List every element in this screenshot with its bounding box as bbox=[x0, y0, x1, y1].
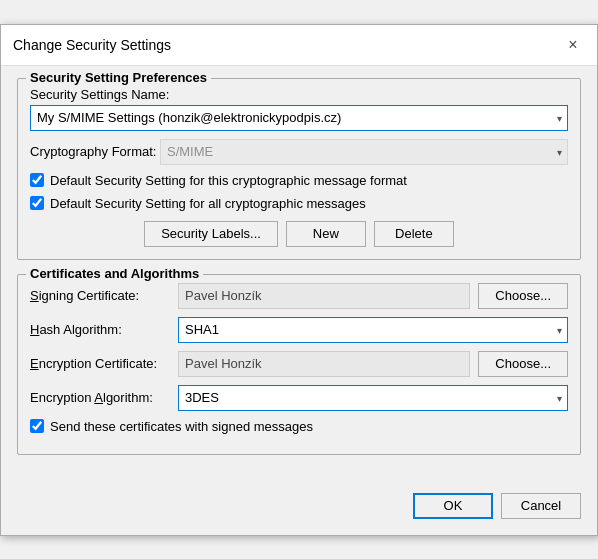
dialog-footer: OK Cancel bbox=[1, 485, 597, 535]
hash-algo-select-wrapper: SHA1 MD5 SHA256 ▾ bbox=[178, 317, 568, 343]
signing-cert-row: Signing Certificate: Pavel Honzík Choose… bbox=[30, 283, 568, 309]
title-bar: Change Security Settings × bbox=[1, 25, 597, 66]
enc-algo-label: Encryption Algorithm: bbox=[30, 390, 170, 405]
ok-button[interactable]: OK bbox=[413, 493, 493, 519]
signing-choose-button[interactable]: Choose... bbox=[478, 283, 568, 309]
signing-cert-value: Pavel Honzík bbox=[178, 283, 470, 309]
checkbox-default-all[interactable] bbox=[30, 196, 44, 210]
checkbox-label-2[interactable]: Default Security Setting for all cryptog… bbox=[50, 196, 366, 211]
certs-algorithms-group: Certificates and Algorithms Signing Cert… bbox=[17, 274, 581, 455]
hash-algorithm-row: Hash Algorithm: SHA1 MD5 SHA256 ▾ bbox=[30, 317, 568, 343]
checkbox-default-format[interactable] bbox=[30, 173, 44, 187]
checkbox-label-1[interactable]: Default Security Setting for this crypto… bbox=[50, 173, 407, 188]
crypto-format-row: Cryptography Format: S/MIME ▾ bbox=[30, 139, 568, 165]
enc-cert-value: Pavel Honzík bbox=[178, 351, 470, 377]
security-preferences-group: Security Setting Preferences Security Se… bbox=[17, 78, 581, 260]
send-certs-label[interactable]: Send these certificates with signed mess… bbox=[50, 419, 313, 434]
new-button[interactable]: New bbox=[286, 221, 366, 247]
send-certs-row: Send these certificates with signed mess… bbox=[30, 419, 568, 434]
enc-algo-select[interactable]: 3DES AES128 AES256 bbox=[178, 385, 568, 411]
certs-group-label: Certificates and Algorithms bbox=[26, 266, 203, 281]
security-name-select[interactable]: My S/MIME Settings (honzik@elektronickyp… bbox=[30, 105, 568, 131]
enc-algo-row: Encryption Algorithm: 3DES AES128 AES256… bbox=[30, 385, 568, 411]
security-group-label: Security Setting Preferences bbox=[26, 70, 211, 85]
crypto-format-label: Cryptography Format: bbox=[30, 144, 160, 159]
security-name-select-wrapper: My S/MIME Settings (honzik@elektronickyp… bbox=[30, 105, 568, 131]
name-row: Security Settings Name: My S/MIME Settin… bbox=[30, 87, 568, 131]
security-button-row: Security Labels... New Delete bbox=[30, 221, 568, 247]
crypto-format-select-wrapper: S/MIME ▾ bbox=[160, 139, 568, 165]
cancel-button[interactable]: Cancel bbox=[501, 493, 581, 519]
checkbox-row-2: Default Security Setting for all cryptog… bbox=[30, 196, 568, 211]
enc-choose-button[interactable]: Choose... bbox=[478, 351, 568, 377]
dialog-body: Security Setting Preferences Security Se… bbox=[1, 66, 597, 485]
crypto-format-select: S/MIME bbox=[160, 139, 568, 165]
enc-cert-label: Encryption Certificate: bbox=[30, 356, 170, 371]
name-field-label: Security Settings Name: bbox=[30, 87, 568, 102]
hash-algo-select[interactable]: SHA1 MD5 SHA256 bbox=[178, 317, 568, 343]
enc-algo-select-wrapper: 3DES AES128 AES256 ▾ bbox=[178, 385, 568, 411]
checkbox-row-1: Default Security Setting for this crypto… bbox=[30, 173, 568, 188]
security-labels-button[interactable]: Security Labels... bbox=[144, 221, 278, 247]
delete-button[interactable]: Delete bbox=[374, 221, 454, 247]
send-certs-checkbox[interactable] bbox=[30, 419, 44, 433]
hash-algo-label: Hash Algorithm: bbox=[30, 322, 170, 337]
signing-cert-label: Signing Certificate: bbox=[30, 288, 170, 303]
close-button[interactable]: × bbox=[561, 33, 585, 57]
change-security-settings-dialog: Change Security Settings × Security Sett… bbox=[0, 24, 598, 536]
enc-cert-row: Encryption Certificate: Pavel Honzík Cho… bbox=[30, 351, 568, 377]
dialog-title: Change Security Settings bbox=[13, 37, 171, 53]
